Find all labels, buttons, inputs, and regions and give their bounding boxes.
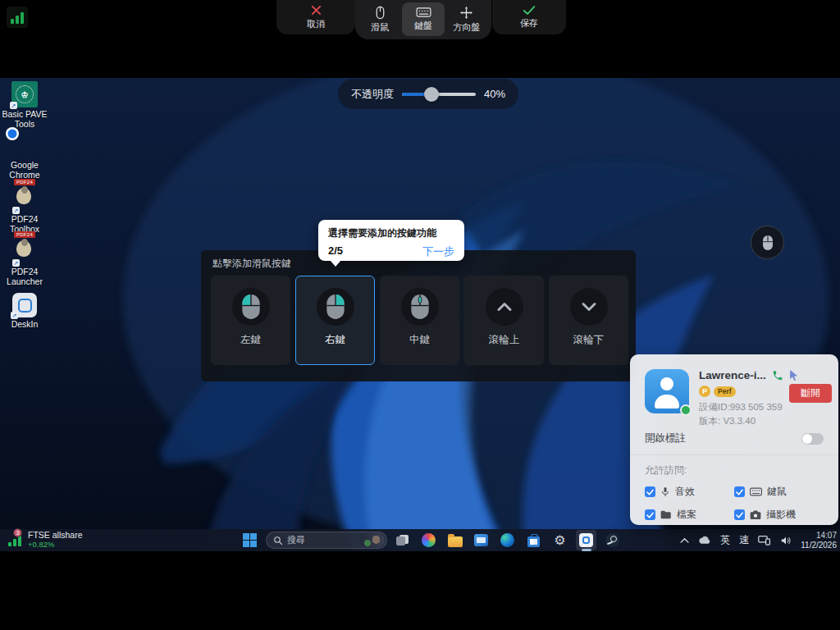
mouse-option-scroll-down[interactable]: 滾輪下 (549, 276, 628, 365)
file-explorer-button[interactable] (445, 530, 465, 550)
mouse-option-middle-button[interactable]: 中鍵 (380, 276, 459, 365)
keyboard-icon (416, 7, 431, 18)
annotation-label: 開啟標註 (645, 431, 686, 445)
save-button[interactable]: 保存 (492, 0, 566, 34)
desktop-icon-deskin[interactable]: ↗ DeskIn (2, 293, 48, 330)
checkbox-checked-icon[interactable] (734, 509, 745, 520)
mouse-mode-label: 滑鼠 (371, 21, 389, 34)
taskbar-stock-widget[interactable]: 3 FTSE allshare +0.82% (7, 531, 83, 549)
permission-label: 音效 (675, 485, 695, 499)
mouse-option-right-button[interactable]: 右鍵 (295, 276, 375, 365)
desktop-icon-google-chrome[interactable]: Google Chrome (2, 134, 48, 180)
permission-camera[interactable]: 攝影機 (734, 508, 824, 522)
copilot-button[interactable] (418, 530, 439, 550)
permission-audio[interactable]: 音效 (645, 485, 734, 499)
windows-start-button[interactable] (243, 533, 257, 547)
desktop-icon-label: PDF24 Launcher (2, 267, 48, 286)
language-indicator[interactable]: 英 (720, 533, 730, 547)
network-devices-icon[interactable] (758, 535, 771, 546)
keyboard-mode-label: 鍵盤 (414, 20, 432, 32)
desktop-icon-basic-pave-tools[interactable]: ♔ ↗ Basic PAVE Tools (2, 81, 48, 129)
taskbar-clock[interactable]: 14:07 11/2/2026 (801, 531, 837, 550)
tooltip-title: 選擇需要添加的按鍵功能 (328, 226, 454, 240)
stock-change: +0.82% (28, 540, 83, 549)
option-label: 滾輪上 (489, 333, 520, 347)
tooltip-pointer (330, 260, 341, 267)
tray-overflow-chevron-icon[interactable] (680, 537, 689, 543)
checkbox-checked-icon[interactable] (645, 486, 655, 497)
mouse-icon (761, 235, 774, 251)
opacity-label: 不透明度 (351, 87, 394, 102)
mini-stock-widget-icon[interactable] (7, 7, 28, 28)
scroll-up-icon (495, 297, 514, 317)
desktop-icon-label: Google Chrome (2, 161, 48, 180)
scroll-down-icon (579, 297, 599, 317)
dpad-move-icon (459, 6, 473, 20)
taskbar-app-icons: ⚙ (392, 530, 623, 550)
step-tooltip: 選擇需要添加的按鍵功能 2/5 下一步 (318, 220, 464, 261)
folder-icon (660, 510, 672, 519)
disconnect-button[interactable]: 斷開 (789, 384, 832, 403)
access-permissions-section: 允許訪問: 音效 鍵鼠 (630, 454, 838, 522)
permission-keyboard-mouse[interactable]: 鍵鼠 (734, 485, 824, 499)
checkbox-checked-icon[interactable] (734, 486, 745, 497)
task-view-button[interactable] (392, 530, 413, 550)
peer-avatar (645, 369, 689, 413)
steam-button[interactable] (602, 530, 623, 550)
mouse-option-scroll-up[interactable]: 滾輪上 (464, 276, 544, 365)
permission-label: 檔案 (677, 508, 696, 522)
clock-date: 11/2/2026 (801, 541, 837, 550)
mouse-icon (374, 6, 386, 20)
voice-call-icon[interactable] (772, 370, 783, 381)
mouse-mode-button[interactable]: 滑鼠 (358, 2, 402, 36)
permission-files[interactable]: 檔案 (645, 508, 734, 522)
version: 版本: V3.3.40 (699, 414, 783, 428)
keyboard-icon (750, 487, 762, 496)
connection-info-card: Lawrence-i... P Perf 設備ID:993 505 359 版本… (630, 354, 838, 525)
store-icon (527, 536, 540, 547)
permission-label: 鍵鼠 (767, 485, 787, 499)
floating-virtual-mouse-button[interactable] (751, 226, 784, 259)
desktop-icon-label: DeskIn (11, 320, 39, 330)
annotation-toggle[interactable] (801, 433, 824, 445)
access-section-label: 允許訪問: (645, 463, 824, 477)
mouse-option-left-button[interactable]: 左鍵 (211, 276, 290, 365)
dpad-mode-button[interactable]: 方向盤 (445, 2, 488, 36)
opacity-slider[interactable] (402, 93, 476, 96)
onedrive-cloud-icon[interactable] (698, 536, 711, 545)
control-type-group: 滑鼠 鍵盤 方向盤 (355, 0, 491, 39)
stock-chart-icon: 3 (7, 532, 23, 548)
mail-button[interactable] (471, 530, 491, 550)
slider-knob[interactable] (424, 87, 439, 102)
deskin-taskbar-button[interactable] (576, 530, 596, 550)
option-label: 左鍵 (240, 333, 261, 347)
speaker-icon[interactable] (780, 536, 792, 546)
step-counter: 2/5 (328, 244, 343, 259)
save-check-icon (523, 5, 536, 16)
desktop-icon-label: Basic PAVE Tools (2, 110, 48, 129)
keyboard-mode-button[interactable]: 鍵盤 (402, 2, 445, 36)
settings-button[interactable]: ⚙ (550, 530, 570, 550)
taskbar-search-box[interactable]: 搜尋 (266, 532, 387, 549)
checkbox-checked-icon[interactable] (645, 509, 655, 520)
ime-indicator[interactable]: 速 (739, 533, 749, 547)
next-step-button[interactable]: 下一步 (422, 244, 454, 259)
search-icon (273, 536, 283, 546)
shortcut-arrow-icon: ↗ (12, 259, 20, 267)
desktop-icon-pdf24-launcher[interactable]: PDF24 ↗ PDF24 Launcher (2, 240, 48, 286)
opacity-control: 不透明度 40% (338, 79, 518, 109)
search-placeholder: 搜尋 (287, 534, 360, 546)
desktop-icon-pdf24-toolbox[interactable]: PDF24 ↗ PDF24 Toolbox (2, 188, 48, 234)
mouse-left-button-icon (240, 294, 262, 320)
cancel-button[interactable]: 取消 (276, 0, 355, 34)
search-highlight-image (360, 533, 385, 547)
store-button[interactable] (523, 530, 544, 550)
opacity-value: 40% (484, 88, 505, 100)
gear-icon: ⚙ (554, 534, 565, 547)
remote-cursor-icon (789, 370, 799, 381)
performance-badge: Perf (714, 386, 736, 397)
plan-badge-icon: P (699, 386, 710, 397)
camera-icon (750, 510, 761, 520)
shortcut-arrow-icon: ↗ (10, 102, 17, 109)
edge-button[interactable] (497, 530, 518, 550)
